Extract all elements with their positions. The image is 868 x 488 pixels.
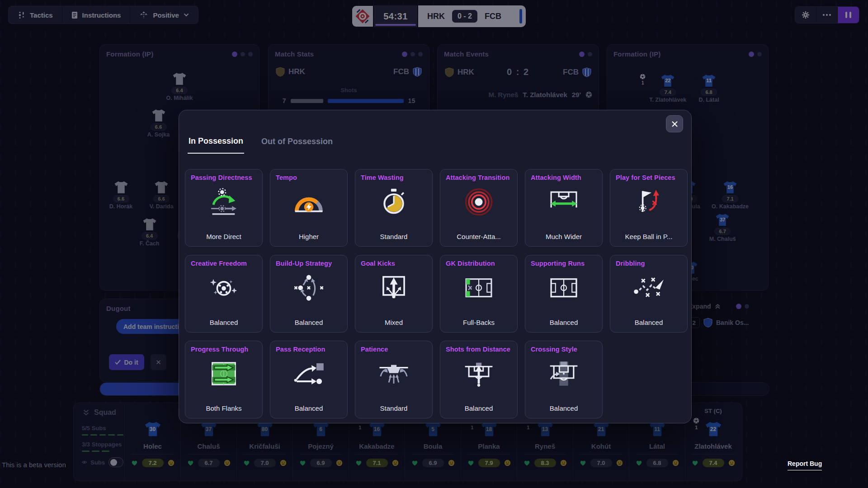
instruction-card-title: Build-Up Strategy: [276, 260, 342, 267]
instruction-card[interactable]: GK Distribution Full-Backs: [440, 255, 518, 333]
instruction-card-title: Creative Freedom: [191, 260, 257, 267]
instruction-card[interactable]: Build-Up Strategy Balanced: [270, 255, 348, 333]
instruction-card-title: Attacking Width: [531, 174, 597, 181]
possession-tab[interactable]: In Possession: [188, 136, 244, 154]
attacking-transition-icon: [440, 187, 517, 217]
instruction-card[interactable]: Time Wasting Standard: [355, 169, 433, 247]
instruction-card[interactable]: Crossing Style Balanced: [525, 341, 603, 418]
instruction-card[interactable]: Attacking Width Much Wider: [525, 169, 603, 247]
instruction-card-value: Balanced: [525, 404, 602, 412]
instruction-card-value: Balanced: [270, 319, 347, 326]
instruction-card[interactable]: Patience Standard: [355, 341, 433, 418]
crossing-style-icon: [525, 358, 602, 389]
instruction-card[interactable]: Creative Freedom Balanced: [185, 255, 263, 333]
dribbling-icon: [610, 272, 687, 303]
possession-tab[interactable]: Out of Possession: [260, 136, 334, 154]
instruction-card[interactable]: Attacking Transition Counter-Atta...: [440, 169, 518, 247]
creative-freedom-icon: [185, 272, 262, 303]
close-button[interactable]: [666, 115, 683, 132]
instruction-card-value: Balanced: [440, 404, 517, 412]
instruction-card-title: Play for Set Pieces: [616, 174, 682, 181]
instruction-card-title: Pass Reception: [276, 346, 342, 353]
pitch-icon: [525, 272, 602, 303]
set-pieces-icon: [610, 187, 687, 217]
instruction-card-title: Tempo: [276, 174, 342, 181]
instruction-card-value: Mixed: [355, 319, 432, 326]
possession-tabs: In Possession Out of Possession: [188, 136, 334, 154]
instruction-card-value: Higher: [270, 233, 347, 240]
close-icon: [671, 121, 678, 127]
instruction-card[interactable]: Tempo Higher: [270, 169, 348, 247]
instruction-card-title: GK Distribution: [446, 260, 512, 267]
report-bug-link[interactable]: Report Bug: [788, 460, 822, 470]
tempo-icon: [270, 187, 347, 217]
instruction-cards-grid: Passing Directness More Direct Tempo Hig…: [185, 169, 688, 418]
goal-kicks-icon: [355, 272, 432, 303]
instruction-card[interactable]: Dribbling Balanced: [610, 255, 688, 333]
team-instructions-modal: In Possession Out of Possession Passing …: [179, 110, 692, 423]
instruction-card-title: Dribbling: [616, 260, 682, 267]
instruction-card-value: Balanced: [185, 319, 262, 326]
gk-distribution-icon: [440, 272, 517, 303]
instruction-card-title: Shots from Distance: [446, 346, 512, 353]
instruction-card-title: Progress Through: [191, 346, 257, 353]
instruction-card-value: Balanced: [610, 319, 687, 326]
time-wasting-icon: [355, 187, 432, 217]
instruction-card-title: Time Wasting: [361, 174, 427, 181]
instruction-card-value: Full-Backs: [440, 319, 517, 326]
instruction-card-title: Attacking Transition: [446, 174, 512, 181]
instruction-card[interactable]: Supporting Runs Balanced: [525, 255, 603, 333]
instruction-card-title: Passing Directness: [191, 174, 257, 181]
instruction-card-title: Supporting Runs: [531, 260, 597, 267]
pass-reception-icon: [270, 358, 347, 389]
instruction-card[interactable]: Pass Reception Balanced: [270, 341, 348, 418]
instruction-card[interactable]: Progress Through Both Flanks: [185, 341, 263, 418]
instruction-card-title: Goal Kicks: [361, 260, 427, 267]
passing-directness-icon: [185, 187, 262, 217]
attacking-width-icon: [525, 187, 602, 217]
instruction-card[interactable]: Passing Directness More Direct: [185, 169, 263, 247]
build-up-icon: [270, 272, 347, 303]
instruction-card[interactable]: Play for Set Pieces Keep Ball in P...: [610, 169, 688, 247]
instruction-card-value: Balanced: [270, 404, 347, 412]
match-screen: Formation (IP) 6.4 O. Mihálik 6.6 A. Soj…: [0, 0, 868, 488]
instruction-card[interactable]: Shots from Distance Balanced: [440, 341, 518, 418]
instruction-card-value: Balanced: [525, 319, 602, 326]
instruction-card-value: Standard: [355, 404, 432, 412]
instruction-card-value: Both Flanks: [185, 404, 262, 412]
instruction-card-value: Standard: [355, 233, 432, 240]
instruction-card-value: Counter-Atta...: [440, 233, 517, 240]
instruction-card-value: More Direct: [185, 233, 262, 240]
patience-icon: [355, 358, 432, 389]
instruction-card-title: Crossing Style: [531, 346, 597, 353]
progress-through-icon: [185, 358, 262, 389]
instruction-card-title: Patience: [361, 346, 427, 353]
instruction-card[interactable]: Goal Kicks Mixed: [355, 255, 433, 333]
instruction-card-value: Much Wider: [525, 233, 602, 240]
shots-distance-icon: [440, 358, 517, 389]
instruction-card-value: Keep Ball in P...: [610, 233, 687, 240]
